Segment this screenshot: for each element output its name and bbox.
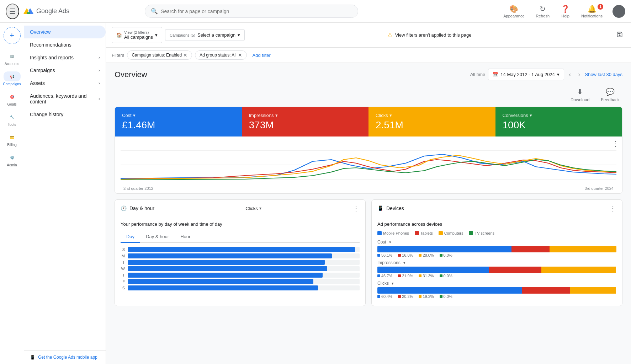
device-metric-name: Impressions [377, 260, 401, 265]
filter-chip-ad-group-status[interactable]: Ad group status: All ✕ [195, 50, 246, 60]
device-percentages-clicks: 60.4% 20.2% 19.3% 0.0% [377, 294, 616, 299]
sidebar-item-label-accounts: Accounts [5, 62, 19, 66]
search-icon: 🔍 [151, 8, 158, 15]
create-button[interactable]: + [4, 27, 21, 44]
home-icon: 🏠 [116, 32, 122, 38]
devices-legend: Mobile Phones Tablets Computers TV scree… [377, 231, 616, 235]
sidebar-item-tools[interactable]: 🔧Tools [1, 109, 23, 129]
day-bar-label: S [121, 286, 125, 290]
left-nav-item-assets[interactable]: Assets› [24, 77, 106, 90]
notification-badge: 1 [598, 4, 603, 10]
mobile-app-link[interactable]: 📱 Get the Google Ads mobile app [24, 350, 106, 364]
sidebar-item-label-billing: Billing [7, 143, 17, 147]
sidebar-item-label-campaigns: Campaigns [3, 82, 21, 86]
day-bar-container [128, 279, 360, 284]
day-tab-hour[interactable]: Hour [175, 231, 196, 242]
device-metric-dropdown[interactable]: ▾ [403, 261, 405, 265]
refresh-button[interactable]: ↻ Refresh [532, 2, 554, 20]
day-bar-container [128, 260, 360, 265]
search-input[interactable] [161, 9, 352, 14]
save-icon [616, 31, 623, 38]
help-button[interactable]: ❓ Help [557, 2, 574, 20]
day-bar-fill [128, 279, 313, 284]
device-metric-dropdown[interactable]: ▾ [389, 240, 391, 245]
search-bar[interactable]: 🔍 [145, 5, 358, 18]
day-hour-more-button[interactable]: ⋮ [352, 204, 360, 213]
view-filter-button[interactable]: 🏠 View (2 filters) All campaigns ▾ [112, 27, 162, 43]
metric-tab-dropdown-impressions: ▾ [275, 113, 278, 118]
day-tabs: DayDay & hourHour [121, 231, 360, 243]
filters-row: Filters Campaign status: Enabled ✕ Ad gr… [106, 48, 631, 63]
legend-label: Computers [444, 231, 463, 235]
left-nav-item-change-history[interactable]: Change history [24, 108, 106, 121]
date-dropdown-icon: ▾ [557, 72, 560, 77]
metric-tab-clicks[interactable]: Clicks ▾ 2.51M [368, 107, 495, 136]
devices-subtitle: Ad performance across devices [377, 221, 616, 227]
appearance-button[interactable]: 🎨 Appearance [499, 2, 529, 20]
left-nav-item-campaigns[interactable]: Campaigns› [24, 64, 106, 77]
next-date-button[interactable]: › [576, 69, 582, 80]
metric-tab-cost[interactable]: Cost ▾ £1.46M [115, 107, 242, 136]
day-bar-row: M [121, 253, 360, 258]
device-metric-name: Cost [377, 240, 386, 245]
device-pct: 21.9% [398, 274, 413, 278]
filter-warning: ⚠ View filters aren't applied to this pa… [387, 32, 472, 38]
app-name: Google Ads [36, 7, 69, 15]
device-bar-segment [377, 267, 489, 273]
save-icon-button[interactable] [614, 29, 625, 41]
day-bar-row: F [121, 279, 360, 284]
sidebar-item-billing[interactable]: 💳Billing [1, 129, 23, 150]
legend-dot [469, 231, 473, 235]
logo: Google Ads [23, 6, 69, 16]
left-nav-label-overview: Overview [30, 29, 51, 35]
notifications-button[interactable]: 🔔 1 Notifications [577, 2, 607, 20]
show-last-30-button[interactable]: Show last 30 days [585, 72, 622, 77]
download-icon: ⬇ [577, 87, 583, 96]
chart-more-button[interactable]: ⋮ [612, 139, 619, 148]
left-nav-item-audiences[interactable]: Audiences, keywords and content› [24, 90, 106, 108]
campaigns-selector-button[interactable]: Campaigns (5) Select a campaign ▾ [165, 29, 245, 41]
left-nav-item-recommendations[interactable]: Recommendations [24, 38, 106, 51]
day-tab-day-&-hour[interactable]: Day & hour [140, 231, 175, 242]
hamburger-button[interactable]: ☰ [6, 4, 19, 19]
metric-tab-impressions[interactable]: Impressions ▾ 373M [242, 107, 369, 136]
mobile-icon: 📱 [30, 355, 35, 360]
filter-chip-close-1[interactable]: ✕ [183, 52, 187, 58]
sidebar-item-campaigns[interactable]: 📢Campaigns [1, 69, 23, 89]
download-button[interactable]: ⬇ Download [568, 86, 592, 104]
day-bar-row: S [121, 285, 360, 290]
day-hour-subtitle: Your performance by day of week and time… [121, 221, 360, 227]
day-hour-metric-selector[interactable]: Clicks ▾ [245, 206, 261, 211]
chart-label-right: 3rd quarter 2024 [585, 186, 614, 191]
day-bar-fill [128, 260, 325, 265]
legend-dot [415, 231, 419, 235]
day-tab-day[interactable]: Day [121, 231, 140, 243]
metric-tab-conversions[interactable]: Conversions ▾ 100K [495, 107, 622, 136]
left-nav-chevron-insights: › [99, 55, 100, 60]
sidebar-item-admin[interactable]: ⚙️Admin [1, 150, 23, 170]
devices-title: Devices [386, 205, 404, 211]
left-nav-item-insights[interactable]: Insights and reports› [24, 51, 106, 64]
notifications-icon: 🔔 [588, 5, 596, 13]
all-time-label: All time [470, 72, 486, 77]
left-nav-item-overview[interactable]: Overview [24, 26, 106, 38]
add-filter-button[interactable]: Add filter [250, 51, 274, 59]
filter-chip-close-2[interactable]: ✕ [238, 52, 242, 58]
user-avatar[interactable] [613, 5, 625, 18]
filters-label: Filters [112, 53, 124, 58]
devices-more-button[interactable]: ⋮ [609, 204, 616, 213]
left-nav-chevron-campaigns: › [99, 68, 100, 73]
device-bar-impressions [377, 267, 616, 273]
metric-tab-value-impressions: 373M [249, 119, 362, 131]
feedback-button[interactable]: 💬 Feedback [598, 86, 622, 104]
sidebar-item-bg-goals: 🎯 [4, 92, 21, 102]
legend-label: Tablets [420, 231, 433, 235]
select-campaign-label: Select a campaign [197, 32, 235, 38]
clock-icon: 🕐 [121, 205, 127, 211]
prev-date-button[interactable]: ‹ [567, 69, 573, 80]
date-range-selector[interactable]: 📅 14 May 2012 - 1 Aug 2024 ▾ [488, 69, 564, 80]
filter-chip-campaign-status[interactable]: Campaign status: Enabled ✕ [127, 50, 192, 60]
device-metric-dropdown[interactable]: ▾ [392, 281, 394, 286]
sidebar-item-accounts[interactable]: 🏢Accounts [1, 48, 23, 69]
sidebar-item-goals[interactable]: 🎯Goals [1, 89, 23, 109]
